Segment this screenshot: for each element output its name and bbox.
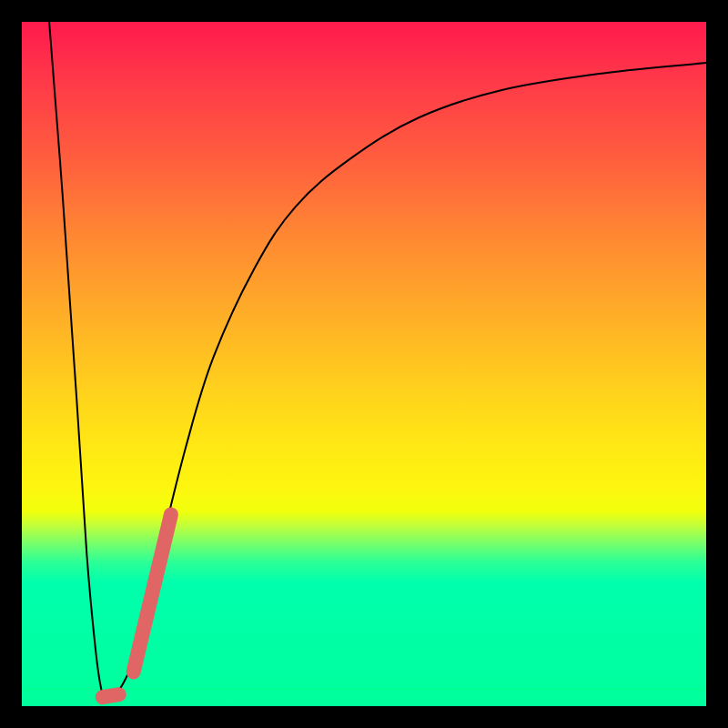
- highlight-segment-minimum: [103, 694, 119, 697]
- chart-overlay: [22, 22, 706, 706]
- frame-left: [0, 0, 22, 728]
- frame-bottom: [0, 706, 728, 728]
- frame-right: [706, 0, 728, 728]
- highlight-segment-ascending: [134, 514, 171, 672]
- frame-top: [0, 0, 728, 22]
